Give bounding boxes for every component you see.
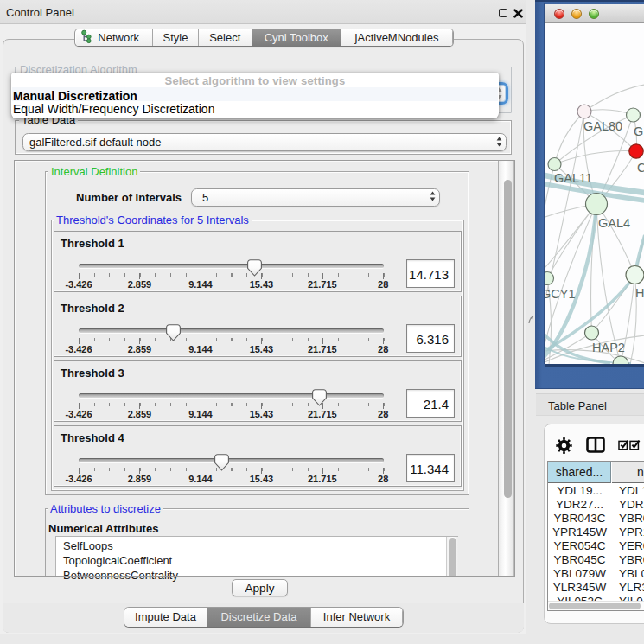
svg-text:GAL4: GAL4 <box>598 216 630 230</box>
svg-text:C: C <box>637 161 644 175</box>
svg-text:H: H <box>635 286 644 300</box>
svg-text:GAL80: GAL80 <box>583 119 622 133</box>
svg-text:G.: G. <box>634 124 644 138</box>
svg-text:GAL11: GAL11 <box>554 171 592 185</box>
svg-text:HAP2: HAP2 <box>592 341 625 354</box>
svg-text:GCY1: GCY1 <box>545 287 576 301</box>
